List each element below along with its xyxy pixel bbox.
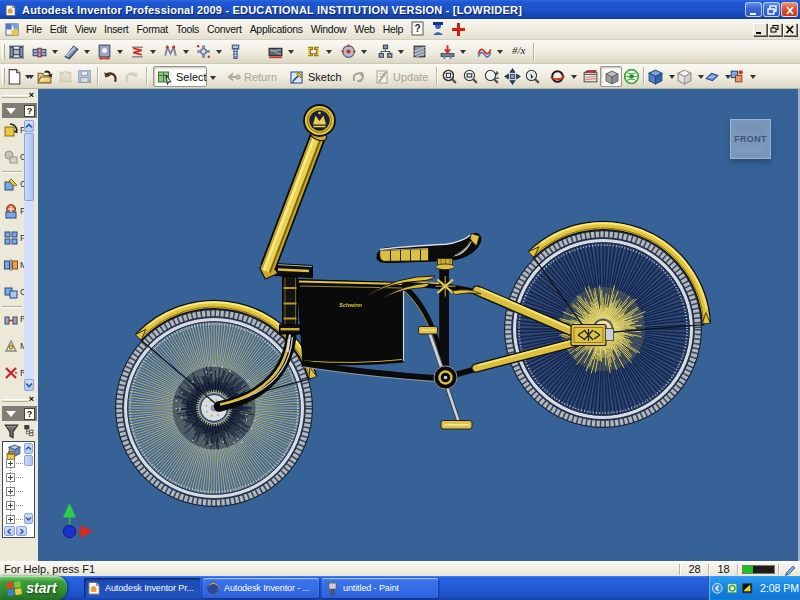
- shaded-display-mode-icon[interactable]: [647, 68, 664, 85]
- dropdown-arrow-icon[interactable]: [52, 50, 58, 54]
- tree-scroll-up-icon[interactable]: [24, 443, 33, 454]
- taskbar-window-paint[interactable]: untitled - Paint: [322, 578, 438, 598]
- tray-yellow-icon[interactable]: [742, 582, 755, 595]
- tree-scroll-right-icon[interactable]: [16, 526, 27, 536]
- zoom-all-icon[interactable]: [441, 68, 458, 85]
- bolted-connection-icon[interactable]: [227, 43, 244, 60]
- shaft-generator-icon[interactable]: [63, 43, 80, 60]
- dropdown-arrow-icon[interactable]: [669, 75, 675, 79]
- constraint-icon[interactable]: [3, 311, 19, 327]
- bearing-generator-icon[interactable]: [8, 43, 25, 60]
- menu-tools[interactable]: Tools: [172, 20, 203, 39]
- analysis-icon[interactable]: [3, 338, 19, 354]
- dropdown-arrow-icon[interactable]: [497, 50, 503, 54]
- tray-collapse-icon[interactable]: [712, 582, 725, 595]
- browser-options-icon[interactable]: [24, 423, 37, 438]
- dropdown-arrow-icon[interactable]: [216, 50, 222, 54]
- sketch-button[interactable]: Sketch: [285, 66, 337, 87]
- lowrider-bike-model[interactable]: Schwinn: [38, 89, 800, 561]
- tree-expand-icon[interactable]: [6, 459, 15, 468]
- mdi-close-button[interactable]: [783, 23, 797, 36]
- open-file-icon[interactable]: [36, 68, 53, 85]
- redo-icon[interactable]: [123, 68, 140, 85]
- filter-icon[interactable]: [3, 423, 20, 440]
- mdi-minimize-button[interactable]: [753, 23, 767, 36]
- save-icon[interactable]: [76, 68, 93, 85]
- dropdown-arrow-icon[interactable]: [183, 50, 189, 54]
- weld-calculator-icon[interactable]: [267, 43, 284, 60]
- fits-calculator-icon[interactable]: [476, 43, 493, 60]
- help-topics-icon[interactable]: ?: [409, 21, 427, 37]
- dropdown-arrow-icon[interactable]: [288, 50, 294, 54]
- panel-drag-handle[interactable]: [2, 95, 28, 98]
- belt-generator-icon[interactable]: [162, 43, 179, 60]
- tree-scroll-left-icon[interactable]: [4, 526, 15, 536]
- icatalog-icon[interactable]: [57, 68, 74, 85]
- select-dropdown[interactable]: [207, 66, 218, 87]
- taskbar-window-firefox[interactable]: Autodesk Inventor - ...: [203, 578, 319, 598]
- menu-file[interactable]: File: [22, 20, 46, 39]
- look-at-icon[interactable]: [582, 68, 599, 85]
- browser-close-icon[interactable]: ×: [27, 395, 36, 404]
- tree-scrollbar-thumb[interactable]: [24, 455, 33, 466]
- zoom-selected-icon[interactable]: [524, 68, 541, 85]
- place-component-icon[interactable]: [3, 122, 19, 138]
- move-component-icon[interactable]: [3, 365, 19, 381]
- component-opacity-icon[interactable]: [728, 68, 745, 85]
- update-button[interactable]: Update: [370, 66, 432, 87]
- browser-header[interactable]: ?: [2, 406, 37, 421]
- mirror-components-icon[interactable]: [3, 257, 19, 273]
- graphics-viewport[interactable]: Schwinn FRONT: [38, 89, 800, 561]
- restore-button[interactable]: [763, 2, 780, 17]
- menu-web[interactable]: Web: [350, 20, 379, 39]
- press-fit-calculator-icon[interactable]: [439, 43, 456, 60]
- shaded-display-button[interactable]: [600, 66, 622, 87]
- toolbar-grip[interactable]: [2, 44, 5, 59]
- tutorials-icon[interactable]: [429, 21, 447, 37]
- new-file-dropdown[interactable]: [25, 75, 31, 79]
- create-component-icon[interactable]: [3, 149, 19, 165]
- local-update-icon[interactable]: [350, 68, 367, 85]
- start-button[interactable]: start: [0, 576, 67, 600]
- menu-applications[interactable]: Applications: [246, 20, 307, 39]
- view-cube-front[interactable]: FRONT: [730, 119, 771, 159]
- minimize-button[interactable]: [745, 2, 762, 17]
- dropdown-arrow-icon[interactable]: [398, 50, 404, 54]
- tree-scroll-down-icon[interactable]: [24, 513, 33, 524]
- menu-view[interactable]: View: [71, 20, 100, 39]
- return-button[interactable]: Return: [221, 66, 281, 87]
- dropdown-arrow-icon[interactable]: [326, 50, 332, 54]
- red-plus-icon[interactable]: [449, 21, 467, 37]
- content-center-icon[interactable]: [3, 203, 19, 219]
- spring-generator-icon[interactable]: [129, 43, 146, 60]
- mdi-restore-button[interactable]: [768, 23, 782, 36]
- close-button[interactable]: [781, 2, 798, 17]
- dropdown-arrow-icon[interactable]: [750, 75, 756, 79]
- menu-format[interactable]: Format: [132, 20, 171, 39]
- menu-window[interactable]: Window: [307, 20, 351, 39]
- panel-close-icon[interactable]: ×: [27, 91, 36, 100]
- dropdown-arrow-icon[interactable]: [460, 50, 466, 54]
- tolerance-calculator-icon[interactable]: [377, 43, 394, 60]
- new-file-icon[interactable]: [6, 68, 23, 85]
- dropdown-arrow-icon[interactable]: [361, 50, 367, 54]
- browser-help-icon[interactable]: ?: [24, 408, 35, 420]
- panel-help-icon[interactable]: ?: [24, 105, 35, 117]
- dropdown-arrow-icon[interactable]: [117, 50, 123, 54]
- create-in-place-icon[interactable]: [3, 176, 19, 192]
- key-connection-icon[interactable]: [96, 43, 113, 60]
- hidden-edge-display-icon[interactable]: [676, 68, 693, 85]
- menu-help[interactable]: Help: [379, 20, 407, 39]
- clevis-pin-icon[interactable]: [305, 43, 322, 60]
- pattern-component-icon[interactable]: [3, 230, 19, 246]
- dropdown-arrow-icon[interactable]: [150, 50, 156, 54]
- pan-icon[interactable]: [504, 68, 521, 85]
- browser-drag-handle[interactable]: [2, 399, 28, 402]
- menu-edit[interactable]: Edit: [46, 20, 71, 39]
- tree-expand-icon[interactable]: [6, 515, 15, 524]
- dropdown-arrow-icon[interactable]: [571, 75, 577, 79]
- copy-components-icon[interactable]: [3, 284, 19, 300]
- gear-generator-icon[interactable]: [195, 43, 212, 60]
- tray-green-icon[interactable]: [727, 582, 740, 595]
- scroll-down-icon[interactable]: [24, 379, 34, 391]
